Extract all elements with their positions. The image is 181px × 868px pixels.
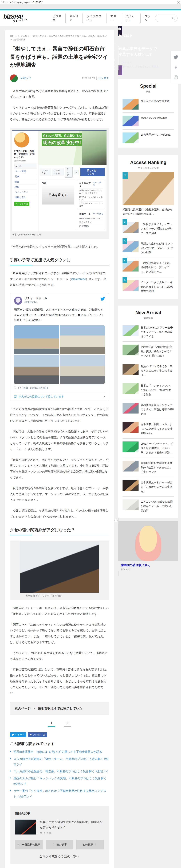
new-arrival-section: New Arrival 新着記事 若者のLINEにアラサー女子がギブアップ。年の…	[118, 306, 178, 518]
tweet-button[interactable]: ツイート	[10, 732, 26, 737]
encise-logo: Encise	[118, 33, 178, 38]
related-link[interactable]: スルガ銀行不正融資の「偽装スキーム」不動産のプロはこう読み解く #全宅ツイ	[10, 756, 109, 767]
fb-photos-label: 写真	[42, 181, 74, 184]
author-row: 全宅ツイ 2019.02.05 ビジネス	[10, 74, 109, 82]
twitter-handle-link[interactable]: @okirerebc	[71, 277, 86, 281]
fb-follow-button[interactable]: フォローする	[52, 168, 64, 176]
tweet-photo[interactable]	[60, 355, 105, 384]
nav-career[interactable]: キャリア	[66, 13, 82, 23]
next-page-link[interactable]: 次のページ › 用地買収はすでに完了していた	[10, 702, 109, 715]
series-list-link[interactable]: 全宅ツイ業界ウラ話の一覧へ	[40, 855, 80, 858]
ranking-item-5[interactable]: 5インターン女子大生に一目惚れされてしまった…20代男性の災難	[123, 277, 174, 294]
fb-menu-info[interactable]: ページ情報	[14, 169, 36, 174]
article-thumbnail	[123, 441, 138, 452]
ad-info-icon[interactable]: i	[118, 27, 121, 30]
fb-see-all-link[interactable]: すべて見る	[93, 181, 103, 187]
tweet-photo[interactable]	[14, 355, 59, 384]
tweet-timestamp[interactable]: 8:53 - 2019年1月30日	[23, 386, 48, 390]
nav-column[interactable]: コラム	[140, 13, 155, 23]
fb-more-button[interactable]: …	[74, 170, 79, 174]
fb-photo-thumbnail[interactable]: 日本を変える	[42, 185, 74, 205]
previous-article-item[interactable]: 札幌アパマン爆発で注目の“消毒業務”。同業者から苦言も #全宅ツイ 2018.1…	[15, 819, 104, 835]
fb-website-link[interactable]: www.izumi-fusaho.com	[79, 217, 103, 220]
nav-lifestyle[interactable]: ライフスタイル	[82, 13, 106, 23]
ranking-title[interactable]: 帰国便に乗り遅れて会社を遅刻。空港から直行したら職場の反応は…	[123, 205, 174, 219]
paragraph: 「市長の言葉の選択は置いといて、市職員も普通に怒られる内容ですよね。指示されたこ…	[10, 666, 109, 696]
author-link[interactable]: 全宅ツイ	[20, 76, 31, 80]
ranking-item-2[interactable]: 2「冷房がクサイ！」エアコン＆キッチン掃除は100均グッズで解決	[123, 219, 174, 239]
new-arrival-item[interactable]: LINEオープンチャット、ずさんな管理体制。出会い系、アダルト画像が氾濫…	[123, 438, 174, 458]
new-arrival-item[interactable]: 無償化制度も大学院生は対象外「生活ができません」学生のホンネ	[123, 458, 174, 477]
previous-article-thumbnail[interactable]	[15, 819, 36, 835]
previous-article-title[interactable]: 札幌アパマン爆発で注目の“消毒業務”。同業者から苦言も #全宅ツイ	[40, 819, 104, 830]
fb-menu-ads[interactable]: 情報と広告	[14, 195, 36, 200]
breadcrumb-home[interactable]: TOP	[10, 35, 14, 37]
sidebar-ad-encise[interactable]: Encise 医薬品業界をデータで変革する人材とは? - エンサイス、次世代のビ…	[118, 26, 178, 75]
new-arrival-item[interactable]: 若者のLINEにアラサー女子がギブアップ。年の差恋愛はツライよ	[123, 322, 174, 342]
info-icon[interactable]: i	[177, 1, 180, 4]
new-arrival-item[interactable]: 若者に「ハンディファン」が流行るワケ。“飾り”で持つ学生も	[123, 380, 174, 400]
nav-gadget[interactable]: ガジェット	[121, 13, 140, 23]
tweet-author-name[interactable]: リチャードホール	[24, 297, 47, 300]
fb-share-button[interactable]: シェア	[65, 167, 73, 178]
facebook-embed[interactable]: いずみふさほ（泉房穂）-活動報告・お知らせなど- @izumifusaho ホー…	[12, 130, 106, 231]
tweet-talk-link[interactable]: 17人がこの話題について話しています ›	[14, 392, 105, 401]
paragraph: 「全国宅地建物取引ツイッタラー協会関西支部」に話を聞きました。	[10, 244, 109, 250]
tweet-author-handle[interactable]: @okirerebc	[24, 301, 47, 304]
new-arrival-item[interactable]: エアコンつけっぱなしは損か得か？メーカーに聞いた節約術	[123, 496, 174, 514]
tweet-photo[interactable]	[14, 325, 59, 354]
nav-money[interactable]: マネー	[106, 13, 121, 23]
instagram-icon[interactable]	[174, 75, 178, 80]
heart-icon[interactable]: ♡	[14, 386, 16, 390]
category-link[interactable]: ビジネス	[98, 76, 109, 80]
page-1-button[interactable]: 1	[48, 721, 55, 727]
facebook-page-name: いずみふさほ（泉房穂）-活動報告・お知らせなど-	[14, 149, 36, 159]
related-link[interactable]: 今年一番の「クソ物件」はどれか？不動産業界が注目する異色コンテスト／#全宅ツイ	[10, 788, 109, 799]
special-item[interactable]: 夏のスメハラ恐怖体験	[123, 113, 174, 129]
paragraph: 今回の道路拡幅は、交通事故の犠牲者を減らし、住みよい街を創る肝要なプロジェクトと…	[10, 508, 109, 520]
search-icon[interactable]	[172, 17, 175, 20]
special-item[interactable]: 社会人が夏休みで大失敗	[123, 96, 174, 113]
tweet-photo[interactable]	[60, 325, 105, 354]
tweet-avatar[interactable]	[14, 297, 22, 305]
ad-info-icon[interactable]: i	[114, 519, 118, 522]
paragraph: 「暴言発言ばかり注目されていますが、結構評判のよい市長だけに残念です」と語るのが…	[10, 270, 109, 288]
fb-menu-home[interactable]: ホーム	[14, 163, 36, 169]
ranking-item-1[interactable]: 1	[123, 172, 174, 205]
new-arrival-item[interactable]: 橋本環奈、藤田ニコル…すっぴん姿が美しすぎる女性芸能人5人	[123, 419, 174, 438]
ranking-item-4[interactable]: 4「独身は気楽でイイよね」帰省時の妹の一言にイラッ。言い返すと…	[123, 258, 174, 277]
search-box[interactable]	[155, 14, 178, 22]
prev-article-button[interactable]: 〈前の記事	[46, 840, 73, 849]
new-arrival-item[interactable]: 就活イベントで考える「幸福とはなにか」学生の本音は…	[123, 361, 174, 380]
site-logo[interactable]: bizSPA! フレッシュ	[3, 13, 33, 23]
ad-cta-button[interactable]: くわしくはこちら	[118, 44, 119, 72]
fb-menu-photos[interactable]: 写真	[14, 174, 36, 179]
special-item[interactable]: 20代男子からのウザLINE	[123, 129, 174, 144]
first-article-button[interactable]: ≪一番最初の記事	[15, 840, 43, 849]
breadcrumb-category[interactable]: ビジネス	[18, 35, 27, 37]
fb-like-button[interactable]: いいね！	[40, 168, 51, 176]
next-article-button[interactable]: 次の記事〉	[76, 840, 104, 849]
fb-menu-community[interactable]: コミュニティ	[14, 190, 36, 195]
new-arrival-item[interactable]: 吉本興業元マネジャーが語る「これからの芸人の生き方」	[123, 477, 174, 497]
new-arrival-item[interactable]: 夏の疲れを取るランニングのすすめ。理想は睡眠の2時間前	[123, 400, 174, 419]
fb-learn-more-button[interactable]: 詳しくはこちら	[80, 168, 105, 176]
related-link[interactable]: スルガ銀行不正融資の「報告書」不動産のプロはこう読み解く #全宅ツイ	[10, 769, 109, 774]
fb-create-page-button[interactable]: ページを作成	[14, 202, 29, 206]
nav-business[interactable]: ビジネス	[49, 13, 66, 23]
ranking-item-3[interactable]: 3両親に大金をせびる“ホスト狂い”の姉に、弟が下したキツい制裁	[123, 238, 174, 258]
fb-menu-posts[interactable]: 投稿	[14, 184, 36, 190]
related-link[interactable]: 疑惑のスルガ銀行「キックバックの実態」不動産のプロはこう読み解く #全宅ツイ	[10, 775, 109, 786]
tweet-embed[interactable]: リチャードホール @okirerebc 明石市の道路拡幅現場、ストリートビューと…	[10, 293, 109, 401]
page-2-button[interactable]: 2	[64, 721, 71, 727]
new-arrival-item[interactable]: 立教大学が「AI専門の研究科」新設。社会人がAIでチャンスを掴むには？	[123, 342, 174, 361]
fb-see-all-link[interactable]: すべて見る	[93, 213, 103, 216]
related-link[interactable]: 明石前市長暴言、行政による“地上げ”の難しさを不動産業界人が語る	[10, 749, 109, 754]
author-avatar[interactable]	[10, 74, 18, 82]
twitter-bird-icon[interactable]	[100, 297, 105, 301]
section-heading: 手厚い子育て支援で人気タウンに	[10, 257, 109, 266]
sidebar-ad-sunstar[interactable]: 歯周病の諸症状に効く サンスター i	[118, 518, 178, 577]
paragraph: 「駅前が再開発されて、明石市初となるタワーマンションが建ちました。分譲マンション…	[10, 457, 109, 480]
fb-menu-videos[interactable]: 動画	[14, 179, 36, 184]
like-button[interactable]: いいね！33	[28, 732, 47, 737]
